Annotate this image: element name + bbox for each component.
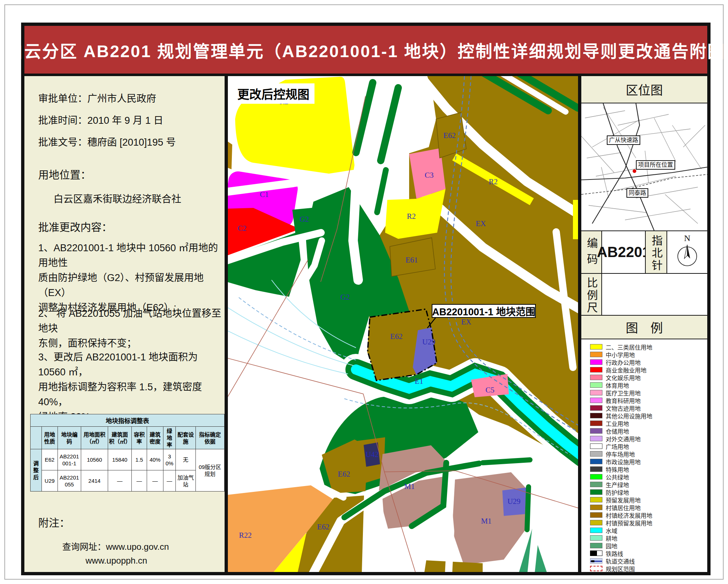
zoning-map: 更改后控规图 AB2201001-1 地块范围 bbox=[228, 76, 581, 572]
map-label: C1 bbox=[260, 190, 269, 199]
map-label: R2 bbox=[407, 212, 416, 221]
legend-swatch-icon bbox=[590, 359, 602, 365]
legend-label: 规划区范围 bbox=[606, 564, 635, 572]
legend-item: 铁路线 bbox=[590, 549, 707, 557]
approval-unit: 审批单位：广州市人民政府 bbox=[38, 91, 156, 106]
map-label: G2 bbox=[300, 215, 309, 224]
col-header: 用地性质 bbox=[41, 427, 58, 449]
legend-item: 文物古迹用地 bbox=[590, 404, 707, 412]
cell: 15840 bbox=[108, 449, 132, 470]
map-label: E1 bbox=[415, 377, 423, 386]
scale-value-empty bbox=[602, 274, 707, 315]
legend-swatch-icon bbox=[590, 566, 602, 571]
cell: 2414 bbox=[81, 470, 108, 492]
legend-item: 仓储用地 bbox=[590, 427, 707, 435]
map-label: EX bbox=[461, 317, 471, 326]
cell: — bbox=[163, 470, 176, 492]
map-label: EX bbox=[476, 219, 486, 228]
adjustment-table-title: 地块指标调整表 bbox=[30, 414, 225, 426]
parcel-callout: AB2201001-1 地块范围 bbox=[432, 304, 536, 318]
adjustment-table: 地块指标调整表 用地性质 地块编码 用地面积（㎡） 建筑面积（㎡） 容积率 建筑… bbox=[30, 414, 225, 492]
location-label: 用地位置： bbox=[38, 168, 91, 183]
legend-swatch-icon bbox=[590, 451, 602, 457]
map-label: C2 bbox=[238, 224, 247, 233]
legend-swatch-icon bbox=[590, 512, 602, 518]
svg-text:N: N bbox=[684, 233, 690, 243]
map-label: U42 bbox=[365, 450, 379, 459]
legend-swatch-icon bbox=[590, 466, 602, 472]
cell: — bbox=[108, 470, 132, 492]
legend-swatch-icon bbox=[590, 489, 602, 495]
legend-item: 轨道交通线 bbox=[590, 557, 707, 565]
legend-swatch-icon bbox=[590, 543, 602, 548]
page-title: 白云分区 AB2201 规划管理单元（AB2201001-1 地块）控制性详细规… bbox=[7, 38, 725, 62]
map-label: E62 bbox=[443, 131, 456, 140]
col-header: 用地面积（㎡） bbox=[81, 427, 108, 449]
legend-item: 村镇预留发展用地 bbox=[590, 519, 707, 526]
legend-item: 园地 bbox=[590, 542, 707, 549]
legend-swatch-icon bbox=[590, 528, 602, 533]
cell: AB2201001-1 bbox=[58, 449, 81, 470]
map-label: C3 bbox=[425, 171, 434, 179]
table-row: U29 AB2201055 2414 — — — — 加油气站 bbox=[31, 470, 225, 492]
legend-item: 停车场用地 bbox=[590, 450, 707, 458]
side-panel: 区位图 bbox=[581, 76, 707, 572]
legend-item: 商业金融业用地 bbox=[590, 366, 707, 374]
legend-item: 医疗卫生用地 bbox=[590, 389, 707, 396]
legend-item: 村镇经济发展用地 bbox=[590, 511, 707, 519]
legend-swatch-icon bbox=[590, 497, 602, 502]
query-url: 查询网址：www.upo.gov.cn bbox=[62, 539, 169, 554]
cell: — bbox=[147, 470, 163, 492]
cell: E62 bbox=[41, 449, 58, 470]
cell: U29 bbox=[41, 470, 58, 492]
legend-swatch-icon bbox=[590, 398, 602, 403]
cell: 1.5 bbox=[131, 449, 147, 470]
project-location-label: 项目所在位置 bbox=[636, 160, 675, 170]
map-label: C5 bbox=[486, 386, 495, 394]
legend-title: 图 例 bbox=[581, 316, 707, 339]
legend-item: 耕地 bbox=[590, 534, 707, 542]
legend-item: 水域 bbox=[590, 526, 707, 534]
notes-label: 附注： bbox=[38, 516, 70, 531]
legend-item: 市政设施用地 bbox=[590, 458, 707, 465]
query-url-2: www.upopph.cn bbox=[86, 553, 147, 568]
legend-swatch-icon bbox=[590, 413, 602, 418]
map-label: G2 bbox=[340, 293, 350, 301]
map-label: E62 bbox=[338, 470, 350, 478]
legend-swatch-icon bbox=[590, 505, 602, 510]
cell: — bbox=[131, 470, 147, 492]
map-label: U29 bbox=[422, 338, 435, 346]
legend-swatch-icon bbox=[590, 551, 602, 556]
col-header: 指标确定依据 bbox=[195, 427, 224, 449]
map-label: E62 bbox=[317, 522, 329, 531]
col-header: 地块编码 bbox=[58, 427, 81, 449]
map-label: R2 bbox=[489, 177, 498, 186]
content-para2: 2、 将 AB2201055 加油气站地块位置移至地块 东侧，面积保持不变； bbox=[38, 306, 225, 351]
content-para1: 1、AB2201001-1 地块中 10560 ㎡用地的用地性 质由防护绿地（G… bbox=[38, 241, 225, 315]
legend-item: 对外交通用地 bbox=[590, 435, 707, 442]
cell: 加油气站 bbox=[176, 470, 195, 492]
content-para3: 3、更改后 AB2201001-1 地块面积为 10560 ㎡， 用地指标调整为… bbox=[38, 350, 225, 425]
legend-swatch-icon bbox=[590, 344, 602, 350]
zoning-map-svg: R2C1C2G2G2E62C3R2R2E61EXEXE62U29E1C5U42E… bbox=[228, 76, 578, 572]
map-label: M1 bbox=[481, 517, 491, 525]
location-map-title: 区位图 bbox=[581, 76, 707, 103]
legend-swatch-icon bbox=[590, 558, 602, 564]
legend-list: 二、三类居住用地中小学用地行政办公用地商业金融业用地文化娱乐用地体育用地医疗卫生… bbox=[581, 339, 707, 572]
table-header-row: 用地性质 地块编码 用地面积（㎡） 建筑面积（㎡） 容积率 建筑密度 绿地率 配… bbox=[31, 427, 225, 449]
legend-item: 中小学用地 bbox=[590, 351, 707, 358]
map-label: U29 bbox=[507, 497, 521, 506]
legend-item: 预留发展用地 bbox=[590, 496, 707, 504]
map-label: E61 bbox=[405, 256, 418, 264]
legend-swatch-icon bbox=[590, 436, 602, 441]
legend-swatch-icon bbox=[590, 443, 602, 449]
legend-swatch-icon bbox=[590, 459, 602, 464]
legend-swatch-icon bbox=[590, 352, 602, 357]
map-title: 更改后控规图 bbox=[232, 83, 314, 104]
legend-swatch-icon bbox=[590, 482, 602, 487]
col-header: 建筑密度 bbox=[147, 427, 163, 449]
map-label: E62 bbox=[390, 332, 403, 341]
legend-item: 防护绿地 bbox=[590, 488, 707, 496]
legend-item: 文化娱乐用地 bbox=[590, 374, 707, 381]
legend-swatch-icon bbox=[590, 367, 602, 372]
